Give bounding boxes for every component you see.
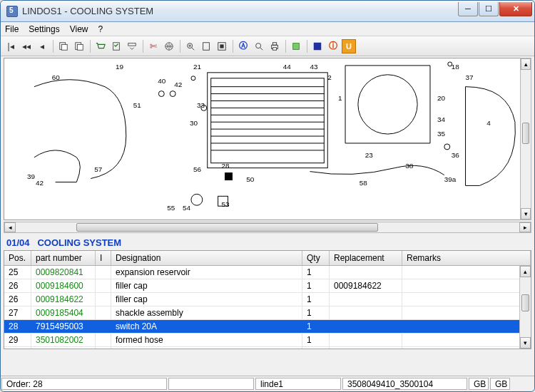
cell-partnumber[interactable]: 7915495003 — [31, 320, 96, 333]
cell-partnumber[interactable]: 3501082002 — [31, 334, 96, 346]
cell-partnumber[interactable]: 0009185404 — [31, 306, 96, 319]
scroll-right-icon[interactable]: ▸ — [519, 222, 531, 232]
parts-diagram[interactable]: 6019404221444321182051343523364373839a58… — [4, 58, 531, 220]
maximize-button[interactable]: ☐ — [479, 2, 499, 16]
status-lang1: GB — [469, 378, 489, 390]
dropdown-icon[interactable] — [125, 39, 139, 53]
table-row[interactable]: 3000095520601hose clip A32 50x13 W2 DIN … — [4, 347, 531, 349]
diagram-label[interactable]: 1 — [338, 94, 342, 102]
cell-partnumber[interactable]: 0009552060 — [31, 347, 96, 349]
actual-size-icon[interactable] — [215, 39, 229, 53]
zoom-in-icon[interactable] — [183, 39, 198, 53]
menu-view[interactable]: View — [70, 24, 88, 34]
diagram-label[interactable]: 4 — [486, 119, 491, 127]
scroll-down-icon[interactable]: ▾ — [521, 208, 531, 220]
scroll-left-icon[interactable]: ◂ — [4, 222, 16, 232]
diagram-label[interactable]: 40 — [158, 77, 166, 85]
fastback-icon[interactable]: ◂◂ — [19, 39, 34, 53]
clipboard-icon[interactable] — [109, 39, 123, 53]
col-qty[interactable]: Qty — [302, 251, 330, 265]
cell-partnumber[interactable]: 0009820841 — [31, 266, 96, 279]
grid-vscrollbar[interactable]: ▴ ▾ — [519, 266, 531, 349]
diagram-label[interactable]: 54 — [183, 204, 191, 212]
close-button[interactable]: ✕ — [499, 2, 532, 16]
info-icon[interactable]: ⓘ — [326, 39, 340, 53]
diagram-label[interactable]: 28 — [222, 162, 230, 170]
diagram-label[interactable]: 33 — [197, 101, 205, 109]
diagram-label[interactable]: 50 — [246, 175, 255, 183]
print-icon[interactable] — [268, 39, 282, 53]
cart-icon[interactable] — [93, 39, 108, 53]
scroll-thumb[interactable] — [76, 223, 379, 232]
flag-icon[interactable] — [310, 39, 325, 53]
menu-file[interactable]: File — [5, 24, 19, 34]
table-row[interactable]: 287915495003switch 20A1 — [4, 320, 531, 334]
status-code: 3508049410_3500104 — [342, 378, 467, 390]
diagram-label[interactable]: 36 — [452, 151, 460, 159]
diagram-label[interactable]: 35 — [437, 130, 446, 138]
diagram-vscrollbar[interactable]: ▴ ▾ — [520, 58, 531, 220]
copy2-icon[interactable] — [72, 39, 86, 53]
svg-rect-16 — [314, 42, 322, 50]
diagram-label[interactable]: 23 — [365, 151, 374, 159]
cell-partnumber[interactable]: 0009184622 — [31, 293, 96, 306]
table-row[interactable]: 293501082002formed hose1 — [4, 334, 531, 347]
search-icon[interactable] — [252, 39, 266, 53]
scroll-up-icon[interactable]: ▴ — [520, 266, 531, 277]
back-icon[interactable]: ◂ — [35, 39, 49, 53]
table-row[interactable]: 260009184600filler cap10009184622 — [4, 279, 531, 293]
col-i[interactable]: I — [96, 251, 111, 265]
book-icon[interactable] — [289, 39, 303, 53]
diagram-label[interactable]: 34 — [437, 115, 446, 123]
diagram-label[interactable]: 51 — [133, 101, 142, 109]
titlebar[interactable]: LINDOS1 - COOLING SYSTEM ─ ☐ ✕ — [1, 1, 534, 22]
diagram-label[interactable]: 44 — [283, 63, 292, 71]
diagram-hscrollbar[interactable]: ◂ ▸ — [4, 222, 531, 233]
diagram-label[interactable]: 55 — [167, 204, 175, 212]
diagram-label[interactable]: 19 — [116, 63, 124, 71]
scroll-track[interactable] — [16, 222, 519, 232]
col-partnumber[interactable]: part number — [31, 251, 96, 265]
diagram-label[interactable]: 2 — [327, 73, 332, 81]
diagram-label[interactable]: 60 — [52, 73, 61, 81]
col-designation[interactable]: Designation — [111, 251, 302, 265]
diagram-label[interactable]: 57 — [94, 165, 103, 173]
scroll-up-icon[interactable]: ▴ — [521, 58, 531, 70]
table-row[interactable]: 250009820841expansion reservoir1 — [4, 266, 531, 279]
col-replacement[interactable]: Replacement — [330, 251, 402, 265]
diagram-label[interactable]: 53 — [222, 200, 230, 208]
cell-pos: 25 — [4, 266, 31, 279]
table-row[interactable]: 270009185404shackle assembly1 — [4, 306, 531, 320]
diagram-label[interactable]: 56 — [193, 165, 202, 173]
table-row[interactable]: 260009184622filler cap1 — [4, 293, 531, 306]
annotation-icon[interactable]: Ⓐ — [236, 39, 250, 53]
first-icon[interactable]: |◂ — [4, 39, 18, 53]
diagram-label[interactable]: 58 — [360, 179, 368, 187]
scroll-thumb[interactable] — [521, 294, 529, 311]
diagram-label[interactable]: 38 — [405, 162, 414, 170]
diagram-label[interactable]: 21 — [193, 63, 202, 71]
diagram-label[interactable]: 37 — [466, 73, 474, 81]
diagram-label[interactable]: 42 — [174, 81, 183, 88]
diagram-label[interactable]: 30 — [190, 119, 198, 127]
diagram-label[interactable]: 39a — [444, 175, 457, 183]
menu-help[interactable]: ? — [98, 24, 103, 34]
scroll-down-icon[interactable]: ▾ — [520, 337, 531, 349]
col-remarks[interactable]: Remarks — [402, 251, 531, 265]
cell-partnumber[interactable]: 0009184600 — [31, 279, 96, 292]
copy-icon[interactable] — [56, 39, 71, 53]
menu-settings[interactable]: Settings — [29, 24, 59, 34]
u-button[interactable]: U — [342, 39, 356, 53]
svg-rect-34 — [225, 173, 233, 180]
minimize-button[interactable]: ─ — [458, 2, 478, 16]
cut-icon[interactable]: ✄ — [146, 39, 160, 53]
diagram-label[interactable]: 18 — [452, 63, 460, 71]
globe-icon[interactable] — [162, 39, 176, 53]
diagram-label[interactable]: 39 — [27, 172, 36, 180]
col-pos[interactable]: Pos. — [4, 251, 31, 265]
diagram-label[interactable]: 42 — [36, 179, 44, 187]
diagram-label[interactable]: 43 — [310, 63, 318, 71]
fit-page-icon[interactable] — [199, 39, 213, 53]
scroll-thumb[interactable] — [522, 123, 529, 144]
diagram-label[interactable]: 20 — [437, 94, 446, 102]
